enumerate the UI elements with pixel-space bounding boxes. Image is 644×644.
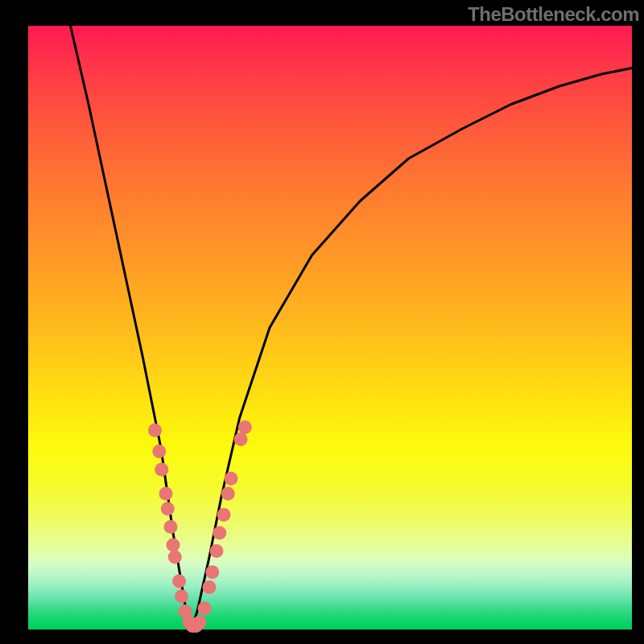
data-point-marker	[217, 508, 231, 522]
data-point-marker	[225, 472, 238, 485]
chart-frame: TheBottleneck.com	[0, 0, 644, 644]
data-point-marker	[155, 463, 168, 477]
data-point-marker	[167, 539, 180, 552]
chart-svg	[0, 0, 644, 644]
data-point-marker	[238, 420, 252, 434]
data-point-marker	[152, 444, 166, 458]
data-point-marker	[175, 589, 188, 603]
data-point-marker	[210, 544, 224, 558]
watermark-text: TheBottleneck.com	[468, 3, 639, 26]
data-point-marker	[205, 565, 219, 579]
data-point-marker	[203, 580, 217, 594]
data-point-marker	[213, 526, 226, 540]
bottleneck-curve	[71, 26, 633, 630]
data-point-marker	[172, 575, 186, 588]
data-point-marker	[148, 423, 162, 437]
data-point-marker	[159, 487, 173, 501]
data-point-marker	[193, 616, 207, 630]
data-point-marker	[161, 502, 175, 516]
data-point-marker	[221, 487, 235, 501]
data-point-marker	[168, 551, 182, 564]
data-point-marker	[198, 601, 212, 615]
data-point-marker	[164, 520, 178, 534]
data-point-marker	[234, 432, 248, 446]
